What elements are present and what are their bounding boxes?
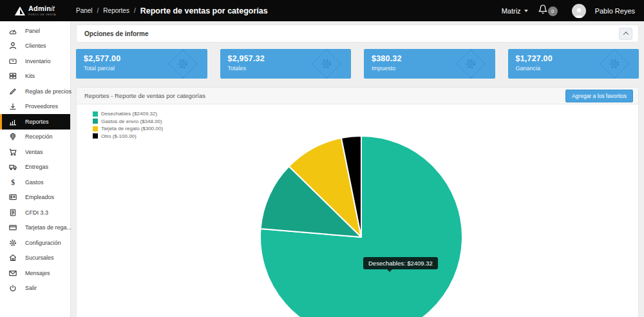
topbar: Adminit PUNTO DE VENTA Panel / Reportes … <box>0 0 644 21</box>
collapse-options-button[interactable] <box>619 28 632 40</box>
legend-item-otro[interactable]: Otro ($-100.00) <box>93 133 163 139</box>
sidebar-item-label: Gastos <box>25 179 44 186</box>
sidebar-item-proveedores[interactable]: Proveedores <box>0 99 70 115</box>
page-title: Reporte de ventas por categorías <box>140 6 268 15</box>
stat-card-impuesto: $380.32 Impuesto <box>364 49 495 79</box>
sidebar-item-label: Empleados <box>25 194 54 200</box>
sidebar-item-sucursales[interactable]: Sucursales <box>0 251 70 266</box>
sidebar-item-label: Entregas <box>25 164 48 170</box>
legend-label: Desechables ($2409.32) <box>101 111 157 117</box>
stacked-boxes-icon <box>8 72 17 81</box>
branch-selector-label: Matriz <box>502 7 521 15</box>
sidebar-item-recepcion[interactable]: Recepción <box>0 130 70 145</box>
sidebar-item-label: Tarjetas de rega... <box>25 224 71 231</box>
dashboard-gauge-icon <box>8 26 17 35</box>
chart-legend: Desechables ($2409.32) Gastos de envío (… <box>93 111 163 140</box>
sidebar-item-tarjetas-de-regalo[interactable]: Tarjetas de rega... <box>0 220 70 236</box>
pie-chart-svg[interactable] <box>258 133 465 317</box>
main-content: Opciones de informe $2,577.00 Total parc… <box>71 21 644 317</box>
chart-tooltip-text: Desechables: $2409.32 <box>368 260 433 267</box>
breadcrumb-separator: / <box>134 7 136 14</box>
person-icon <box>8 41 17 50</box>
sidebar-item-reportes[interactable]: Reportes <box>0 114 70 130</box>
branch-selector[interactable]: Matriz <box>502 7 528 15</box>
breadcrumb-panel[interactable]: Panel <box>76 7 93 14</box>
sidebar-item-clientes[interactable]: Clientes <box>0 39 70 54</box>
dollar-icon: $ <box>8 178 17 187</box>
add-to-favorites-button[interactable]: Agregar a los favoritos <box>565 90 633 102</box>
sidebar-item-label: Inventario <box>25 58 51 64</box>
power-icon <box>8 283 17 293</box>
adminit-logo-icon <box>15 6 25 15</box>
breadcrumb-reportes[interactable]: Reportes <box>103 7 129 14</box>
chevron-down-icon <box>524 10 528 12</box>
notifications-button[interactable]: 0 <box>537 3 554 19</box>
legend-label: Tarjeta de regalo ($300.00) <box>101 126 163 131</box>
legend-swatch <box>93 133 98 139</box>
legend-label: Gastos de envío ($348.00) <box>101 119 162 124</box>
user-icon <box>573 6 585 18</box>
chevron-up-icon <box>623 32 628 37</box>
sidebar-item-mensajes[interactable]: Mensajes <box>0 265 70 281</box>
legend-item-tarjeta-de-regalo[interactable]: Tarjeta de regalo ($300.00) <box>93 126 163 131</box>
bar-chart-icon <box>8 117 17 126</box>
user-name[interactable]: Pablo Reyes <box>595 7 635 15</box>
sidebar-item-inventario[interactable]: Inventario <box>0 53 70 69</box>
sidebar-item-label: Reglas de precios <box>25 88 71 95</box>
breadcrumb: Panel / Reportes / Reporte de ventas por… <box>76 6 268 15</box>
sidebar-item-label: Clientes <box>25 43 46 49</box>
tooltip-caret <box>387 269 392 274</box>
legend-swatch <box>93 111 98 117</box>
sidebar-item-label: CFDI 3.3 <box>25 209 48 216</box>
sidebar-item-label: Panel <box>25 28 40 34</box>
stat-card-totales: $2,957.32 Totales <box>220 49 352 79</box>
brand-name: Adminit <box>28 5 56 12</box>
brand-tagline: PUNTO DE VENTA <box>28 14 56 16</box>
stat-card-total-parcial: $2,577.00 Total parcial <box>76 49 207 79</box>
id-card-icon <box>8 193 17 202</box>
sidebar-item-kits[interactable]: Kits <box>0 69 70 84</box>
sidebar-item-reglas-de-precios[interactable]: Reglas de precios <box>0 84 70 99</box>
app-logo[interactable]: Adminit PUNTO DE VENTA <box>0 5 71 16</box>
sidebar-item-label: Recepción <box>25 133 53 140</box>
download-icon <box>8 102 17 111</box>
legend-item-gastos-de-envio[interactable]: Gastos de envío ($348.00) <box>93 119 163 124</box>
legend-label: Otro ($-100.00) <box>101 133 137 139</box>
sidebar-item-salir[interactable]: Salir <box>0 281 70 296</box>
report-panel-header: Reportes - Reporte de ventas por categor… <box>77 88 638 104</box>
sidebar-item-entregas[interactable]: Entregas <box>0 160 70 175</box>
stat-cards-row: $2,577.00 Total parcial $2,957.32 Totale… <box>76 49 639 79</box>
legend-swatch <box>93 126 98 131</box>
legend-swatch <box>93 119 98 124</box>
sidebar: Panel Clientes Inventario Kits Reglas de… <box>0 21 71 317</box>
avatar[interactable] <box>572 4 586 18</box>
sidebar-item-label: Proveedores <box>25 103 58 110</box>
breadcrumb-separator: / <box>97 7 99 14</box>
report-options-title: Opciones de informe <box>84 30 148 37</box>
box-icon <box>8 57 17 66</box>
sidebar-item-empleados[interactable]: Empleados <box>0 190 70 206</box>
sidebar-item-label: Reportes <box>25 119 49 125</box>
sidebar-item-cfdi[interactable]: CFDI 3.3 <box>0 205 70 220</box>
sidebar-item-label: Configuración <box>25 240 61 246</box>
notification-badge: 0 <box>548 6 558 16</box>
credit-card-icon <box>8 223 17 232</box>
pie-chart-area: Desechables ($2409.32) Gastos de envío (… <box>77 104 638 317</box>
sidebar-item-ventas[interactable]: Ventas <box>0 144 70 160</box>
sidebar-item-label: Sucursales <box>25 255 54 261</box>
report-panel: Reportes - Reporte de ventas por categor… <box>76 87 639 317</box>
legend-item-desechables[interactable]: Desechables ($2409.32) <box>93 111 163 117</box>
shopping-cart-icon <box>8 148 17 157</box>
sidebar-item-configuracion[interactable]: Configuración <box>0 235 70 251</box>
report-panel-title: Reportes - Reporte de ventas por categor… <box>84 92 205 99</box>
sidebar-item-gastos[interactable]: $ Gastos <box>0 175 70 190</box>
envelope-icon <box>8 269 17 278</box>
sidebar-item-label: Kits <box>25 73 35 79</box>
sidebar-item-label: Salir <box>25 285 37 291</box>
pencil-tag-icon <box>8 87 17 96</box>
sidebar-item-panel[interactable]: Panel <box>0 23 70 39</box>
sidebar-item-label: Mensajes <box>25 270 50 276</box>
home-icon <box>8 253 17 262</box>
report-options-panel: Opciones de informe <box>76 24 639 43</box>
sidebar-item-label: Ventas <box>25 149 43 155</box>
